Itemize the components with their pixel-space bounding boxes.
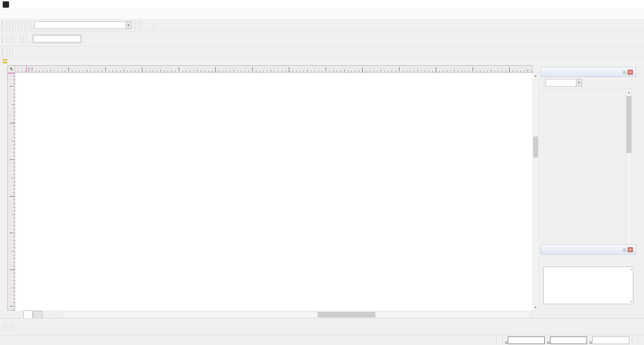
standard-toolbar: ▼ xyxy=(0,19,644,31)
vertical-ruler xyxy=(7,73,15,310)
y-lock-icon[interactable] xyxy=(547,342,549,344)
scroll-up-icon[interactable]: ▲ xyxy=(533,73,538,78)
drawing-tools-column xyxy=(0,73,7,310)
ruler-origin-icon: ↰ xyxy=(7,65,15,73)
panel-close-icon[interactable]: ✕ xyxy=(628,247,633,252)
title-bar xyxy=(0,0,644,9)
measurement-list[interactable]: ∧ ∨ xyxy=(543,267,633,304)
scroll-down-icon[interactable]: ▼ xyxy=(533,305,538,310)
measurement-toolbar xyxy=(33,34,82,43)
right-icon-strip xyxy=(636,67,644,310)
minimize-button[interactable] xyxy=(598,0,613,9)
toolbar-grip[interactable] xyxy=(2,35,4,43)
tab-layout1[interactable] xyxy=(33,311,42,318)
canvas-horizontal-scrollbar[interactable] xyxy=(62,312,531,318)
horizontal-ruler xyxy=(15,65,533,73)
menu-bar xyxy=(0,9,644,19)
close-button[interactable] xyxy=(629,0,644,9)
sheet-bar xyxy=(0,310,539,318)
app-window: ▼ xyxy=(0,0,644,345)
x-coordinate-input[interactable] xyxy=(508,337,545,344)
tab-model[interactable] xyxy=(23,310,33,318)
x-lock-icon[interactable] xyxy=(505,342,507,344)
z-coordinate-input[interactable] xyxy=(592,337,629,344)
toolbar-grip[interactable] xyxy=(2,21,4,29)
inspector-bar xyxy=(0,318,644,335)
status-bar xyxy=(0,335,644,345)
panel-close-icon[interactable]: ✕ xyxy=(628,70,633,75)
tools-panel-titlebar: ◎ ✕ xyxy=(541,67,636,77)
selection-filter-combo[interactable]: ▼ xyxy=(34,21,131,29)
sheet-scroll-left-icon[interactable] xyxy=(52,312,59,318)
y-coordinate-input[interactable] xyxy=(550,337,587,344)
toolbar-grip[interactable] xyxy=(2,48,4,56)
palette-scroll-up-icon[interactable]: ▲ xyxy=(626,89,632,95)
list-scroll-up-icon[interactable]: ∧ xyxy=(630,268,632,271)
measurement-combo[interactable] xyxy=(34,36,80,42)
maximize-button[interactable] xyxy=(613,0,629,9)
measurement-info-titlebar: ◎ ✕ xyxy=(541,245,636,255)
app-icon xyxy=(3,1,9,8)
palette-category-combo[interactable]: ▼ xyxy=(546,79,582,86)
palette-scroll-thumb[interactable] xyxy=(627,96,631,153)
measurement-info-panel: ◎ ✕ ∧ ∨ xyxy=(541,245,636,310)
sheet-scroll-right-icon[interactable] xyxy=(532,312,539,318)
list-scroll-down-icon[interactable]: ∨ xyxy=(630,300,632,303)
modify-toolbar xyxy=(0,31,644,47)
mini-strip xyxy=(0,58,644,65)
pin-icon[interactable]: ◎ xyxy=(623,70,626,75)
horizontal-scroll-thumb[interactable] xyxy=(318,312,375,317)
canvas-vertical-scrollbar[interactable]: ▲ ▼ xyxy=(533,73,539,310)
vertical-scroll-thumb[interactable] xyxy=(533,137,538,157)
pin-icon[interactable]: ◎ xyxy=(623,247,626,252)
drawing-canvas[interactable] xyxy=(15,73,533,310)
z-lock-icon[interactable] xyxy=(590,342,592,344)
grip-marks-icon xyxy=(3,59,7,63)
palette-tool-row: ▼ xyxy=(541,77,636,88)
combo-arrow-icon[interactable]: ▼ xyxy=(125,22,131,28)
combo-arrow-icon[interactable]: ▼ xyxy=(576,79,582,86)
property-toolbar xyxy=(0,47,644,58)
